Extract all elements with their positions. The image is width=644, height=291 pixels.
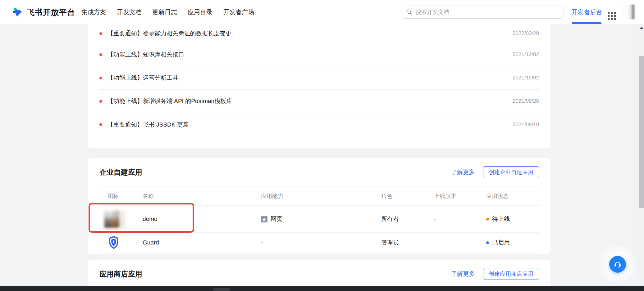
- status-label: 已启用: [492, 239, 510, 247]
- status-label: 待上线: [492, 215, 510, 223]
- notice-date: 2021/08/18: [513, 122, 539, 128]
- role-label: 所有者: [381, 215, 434, 223]
- notice-date: 2021/12/02: [513, 75, 539, 81]
- notice-dot-icon: [99, 123, 102, 126]
- notice-row[interactable]: 【重要通知】登录能力相关凭证的数据长度变更 2022/03/29: [99, 24, 539, 43]
- self-built-section-head: 企业自建应用 了解更多 创建企业自建应用: [88, 158, 550, 186]
- notice-dot-icon: [99, 32, 102, 35]
- notice-dot-icon: [99, 100, 102, 103]
- nav-item-solutions[interactable]: 集成方案: [81, 8, 106, 16]
- notice-row[interactable]: 【功能上线】知识库相关接口 2021/12/02: [99, 43, 539, 66]
- status-badge: 待上线: [486, 215, 539, 223]
- brand-title: 飞书开放平台: [27, 7, 75, 17]
- headset-icon: [613, 260, 622, 269]
- notice-row[interactable]: 【功能上线】运营分析工具 2021/12/02: [99, 66, 539, 90]
- status-dot-icon: [486, 241, 489, 244]
- feishu-logo-icon: [11, 7, 23, 17]
- learn-more-link[interactable]: 了解更多: [451, 168, 475, 176]
- nav-item-dev-square[interactable]: 开发者广场: [223, 8, 254, 16]
- create-store-app-button[interactable]: 创建应用商店应用: [483, 268, 539, 280]
- main-nav: 集成方案 开发文档 更新日志 应用目录 开发者广场: [81, 0, 254, 24]
- create-self-built-app-button[interactable]: 创建企业自建应用: [483, 166, 539, 178]
- scrollbar-track[interactable]: [639, 24, 644, 286]
- shield-app-icon: [108, 235, 143, 250]
- web-capability-icon: e: [261, 216, 267, 222]
- notice-date: 2022/03/29: [513, 30, 539, 37]
- col-header-capability: 应用能力: [261, 192, 381, 200]
- doc-search-box[interactable]: [402, 6, 564, 19]
- top-header: 飞书开放平台 集成方案 开发文档 更新日志 应用目录 开发者广场 开发者后台: [0, 0, 644, 24]
- search-icon: [406, 9, 412, 15]
- user-avatar[interactable]: [622, 5, 635, 19]
- nav-item-app-directory[interactable]: 应用目录: [188, 8, 212, 16]
- taskbar-handle: [213, 288, 230, 291]
- notice-title: 【重要通知】登录能力相关凭证的数据长度变更: [107, 29, 231, 38]
- annotation-red-box: [89, 203, 194, 233]
- search-input[interactable]: [415, 9, 564, 16]
- version-label: -: [434, 216, 486, 222]
- learn-more-link[interactable]: 了解更多: [451, 270, 475, 278]
- notice-dot-icon: [99, 53, 102, 56]
- notice-dot-icon: [99, 77, 102, 79]
- active-tab-indicator: [572, 22, 601, 24]
- notice-title: 【功能上线】新增服务端 API 的Postman模板库: [107, 97, 232, 105]
- apps-grid-icon[interactable]: [608, 12, 616, 20]
- capability-label: 网页: [271, 215, 282, 223]
- store-section-head: 应用商店应用 了解更多 创建应用商店应用: [88, 260, 550, 288]
- notice-list: 【重要通知】登录能力相关凭证的数据长度变更 2022/03/29 【功能上线】知…: [88, 24, 550, 136]
- status-badge: 已启用: [486, 239, 539, 247]
- col-header-status: 应用状态: [486, 192, 539, 200]
- notice-date: 2021/09/28: [513, 98, 539, 104]
- col-header-version: 上线版本: [434, 192, 486, 200]
- notices-card: 【重要通知】登录能力相关凭证的数据长度变更 2022/03/29 【功能上线】知…: [88, 24, 550, 148]
- nav-item-docs[interactable]: 开发文档: [117, 8, 142, 16]
- notice-title: 【功能上线】运营分析工具: [107, 74, 178, 82]
- notice-date: 2021/12/02: [513, 51, 539, 58]
- col-header-role: 角色: [381, 192, 434, 200]
- role-label: 管理员: [381, 239, 434, 247]
- app-name: Guard: [143, 239, 261, 246]
- status-dot-icon: [486, 218, 489, 221]
- section-title: 应用商店应用: [99, 269, 142, 279]
- help-support-button[interactable]: [609, 256, 626, 273]
- col-header-icon: 图标: [107, 192, 143, 200]
- notice-row[interactable]: 【重要通知】飞书 JSSDK 更新 2021/08/18: [99, 113, 539, 136]
- notice-title: 【功能上线】知识库相关接口: [107, 51, 184, 59]
- scrollbar-up-arrow[interactable]: [640, 27, 643, 29]
- table-row[interactable]: Guard - 管理员 已启用: [99, 232, 539, 253]
- brand-logo[interactable]: 飞书开放平台: [11, 0, 75, 24]
- developer-console-link[interactable]: 开发者后台: [571, 0, 602, 24]
- notice-row[interactable]: 【功能上线】新增服务端 API 的Postman模板库 2021/09/28: [99, 90, 539, 113]
- col-header-name: 名称: [143, 192, 261, 200]
- table-header-row: 图标 名称 应用能力 角色 上线版本 应用状态: [99, 186, 539, 205]
- taskbar: [0, 286, 644, 291]
- section-title: 企业自建应用: [99, 168, 142, 177]
- nav-item-changelog[interactable]: 更新日志: [152, 8, 177, 16]
- capability-label: -: [261, 239, 381, 246]
- notice-title: 【重要通知】飞书 JSSDK 更新: [107, 121, 189, 129]
- scrollbar-thumb[interactable]: [639, 56, 644, 208]
